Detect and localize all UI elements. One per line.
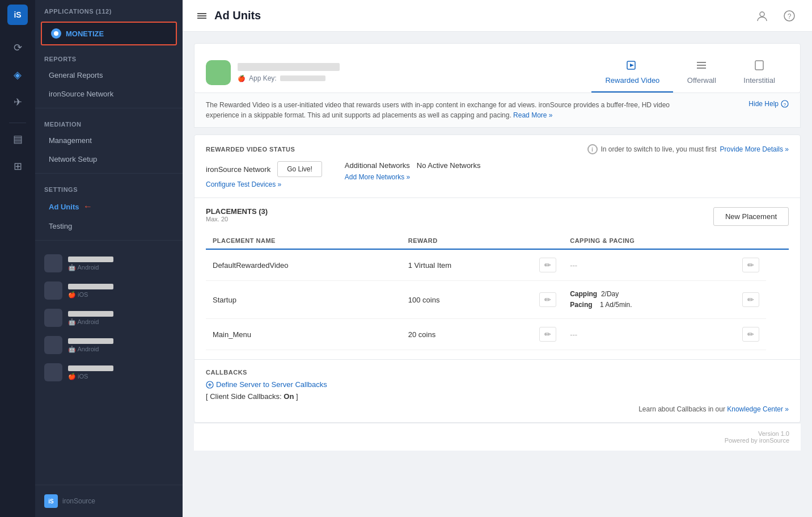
sidebar-divider-1: [35, 108, 183, 108]
tabs-row: Rewarded Video Offerwall Interstitial: [591, 53, 789, 93]
client-side-suffix: ]: [296, 392, 298, 401]
read-more-link[interactable]: Read More »: [513, 111, 552, 119]
go-live-button[interactable]: Go Live!: [277, 161, 322, 177]
edit-reward-button-2[interactable]: ✏: [539, 327, 556, 342]
applications-header: APPLICATIONS (112): [35, 0, 183, 19]
app-logo: iS: [7, 5, 28, 25]
app-thumbnail: [44, 254, 62, 272]
configure-test-devices-link[interactable]: Configure Test Devices »: [206, 180, 322, 188]
monetize-icon: [51, 28, 61, 39]
app-list: 🤖 Android 🍎 iOS 🤖 Android 🤖 Android: [35, 245, 183, 390]
app-info: 🍎 iOS: [68, 365, 113, 380]
tab-interstitial[interactable]: Interstitial: [730, 53, 789, 93]
help-icon[interactable]: ?: [780, 7, 798, 25]
tab-rewarded-video[interactable]: Rewarded Video: [591, 53, 673, 93]
capping-cell: --- ✏: [563, 249, 766, 281]
sidebar-item-ad-units[interactable]: Ad Units ←: [35, 196, 183, 217]
top-bar-left: Ad Units: [196, 9, 261, 22]
sidebar-divider-2: [35, 173, 183, 174]
placements-title-area: PLACEMENTS (3) Max. 20: [206, 207, 268, 230]
svg-rect-2: [197, 15, 206, 16]
nav-icon-monetize[interactable]: ◈: [6, 64, 29, 86]
new-placement-button[interactable]: New Placement: [713, 207, 789, 226]
sidebar-footer: iS ironSource: [35, 485, 183, 517]
sidebar-item-ironsource-network[interactable]: ironSource Network: [35, 85, 183, 103]
footer-text: ironSource: [62, 497, 95, 505]
edit-reward-button-1[interactable]: ✏: [539, 292, 556, 307]
sidebar-divider-3: [35, 240, 183, 241]
capping-label: Capping: [570, 290, 597, 298]
app-platform-label: 🤖 Android: [68, 318, 113, 326]
define-callbacks-link[interactable]: Define Server to Server Callbacks: [206, 380, 789, 389]
status-title: REWARDED VIDEO STATUS: [206, 146, 295, 153]
edit-capping-button-2[interactable]: ✏: [742, 327, 759, 342]
sidebar-item-monetize[interactable]: MONETIZE: [41, 22, 177, 45]
placement-name-cell: DefaultRewardedVideo: [206, 249, 401, 281]
reward-value: 1 Virtual Item: [408, 261, 451, 270]
edit-capping-button-0[interactable]: ✏: [742, 258, 759, 272]
app-info: 🤖 Android: [68, 338, 113, 353]
status-row: ironSource Network Go Live! Configure Te…: [206, 161, 789, 188]
reward-cell: 20 coins ✏: [401, 319, 563, 350]
sidebar-item-testing[interactable]: Testing: [35, 217, 183, 236]
table-row: DefaultRewardedVideo 1 Virtual Item ✏: [206, 249, 789, 281]
placement-name-cell: Startup: [206, 281, 401, 319]
main-content: Ad Units ? 🍎 App Key:: [183, 0, 812, 517]
capping-pacing-value: Capping 2/Day Pacing 1 Ad/5min.: [570, 289, 632, 310]
sidebar-item-network-setup[interactable]: Network Setup: [35, 150, 183, 169]
nav-icon-docs[interactable]: ▤: [6, 128, 29, 150]
svg-rect-11: [697, 68, 706, 69]
list-item[interactable]: 🤖 Android: [35, 304, 183, 331]
list-item[interactable]: 🤖 Android: [35, 250, 183, 277]
client-side-prefix: [ Client Side Callbacks:: [206, 392, 282, 401]
list-item[interactable]: 🍎 iOS: [35, 359, 183, 386]
powered-by-text: Powered by ironSource: [725, 437, 789, 444]
rewarded-video-icon: [627, 60, 638, 74]
svg-marker-8: [630, 64, 634, 67]
callbacks-footer: Learn about Callbacks in our Knowledge C…: [206, 405, 789, 413]
app-key-value-blurred: [280, 75, 325, 81]
edit-reward-button-0[interactable]: ✏: [539, 258, 556, 272]
app-thumbnail: [44, 336, 62, 354]
reports-section-label: REPORTS: [35, 48, 183, 66]
nav-icon-home[interactable]: ⟳: [6, 36, 29, 59]
app-title-area: 🍎 App Key:: [238, 63, 340, 82]
tab-offerwall[interactable]: Offerwall: [673, 53, 730, 93]
no-active-networks: No Active Networks: [417, 161, 481, 170]
nav-icon-grow[interactable]: ✈: [6, 91, 29, 114]
col-placement-name: PLACEMENT NAME: [206, 233, 401, 249]
pacing-label: Pacing: [570, 301, 592, 309]
svg-rect-1: [197, 13, 206, 14]
help-text: The Rewarded Video is a user-initiated v…: [206, 100, 701, 120]
sidebar-item-management[interactable]: Management: [35, 131, 183, 150]
add-more-networks-link[interactable]: Add More Networks »: [345, 173, 481, 181]
hide-help-button[interactable]: Hide Help ?: [748, 100, 789, 108]
app-header-card: 🍎 App Key: Rewarded Video: [194, 43, 801, 93]
svg-text:?: ?: [784, 102, 786, 107]
provide-details-link[interactable]: Provide More Details »: [720, 145, 789, 153]
nav-icon-layers[interactable]: ⊞: [6, 155, 29, 178]
additional-network-status-inline: Additional Networks No Active Networks: [345, 161, 481, 170]
placements-header: PLACEMENTS (3) Max. 20 New Placement: [206, 207, 789, 230]
capping-value: ---: [570, 330, 577, 339]
knowledge-center-link[interactable]: Knowledge Center »: [727, 405, 789, 413]
col-actions: [766, 233, 789, 249]
edit-capping-button-1[interactable]: ✏: [742, 292, 759, 307]
knowledge-center-text: Learn about Callbacks in our Knowledge C…: [638, 405, 789, 413]
offerwall-icon: [696, 60, 707, 74]
list-item[interactable]: 🤖 Android: [35, 331, 183, 359]
list-item[interactable]: 🍎 iOS: [35, 277, 183, 304]
platform-apple-icon: 🍎: [238, 75, 246, 82]
user-icon[interactable]: [753, 7, 771, 25]
svg-rect-3: [197, 18, 206, 19]
placements-section: PLACEMENTS (3) Max. 20 New Placement PLA…: [194, 198, 800, 360]
sidebar-item-general-reports[interactable]: General Reports: [35, 66, 183, 85]
help-question-icon: ?: [781, 100, 789, 108]
footer-logo: iS: [44, 494, 58, 508]
knowledge-prefix: Learn about Callbacks in our: [638, 405, 725, 413]
placement-name: Startup: [213, 296, 236, 304]
sidebar: APPLICATIONS (112) MONETIZE REPORTS Gene…: [35, 0, 183, 517]
col-capping-pacing: CAPPING & PACING: [563, 233, 766, 249]
tab-rewarded-video-label: Rewarded Video: [605, 76, 659, 85]
menu-icon[interactable]: [196, 10, 208, 22]
